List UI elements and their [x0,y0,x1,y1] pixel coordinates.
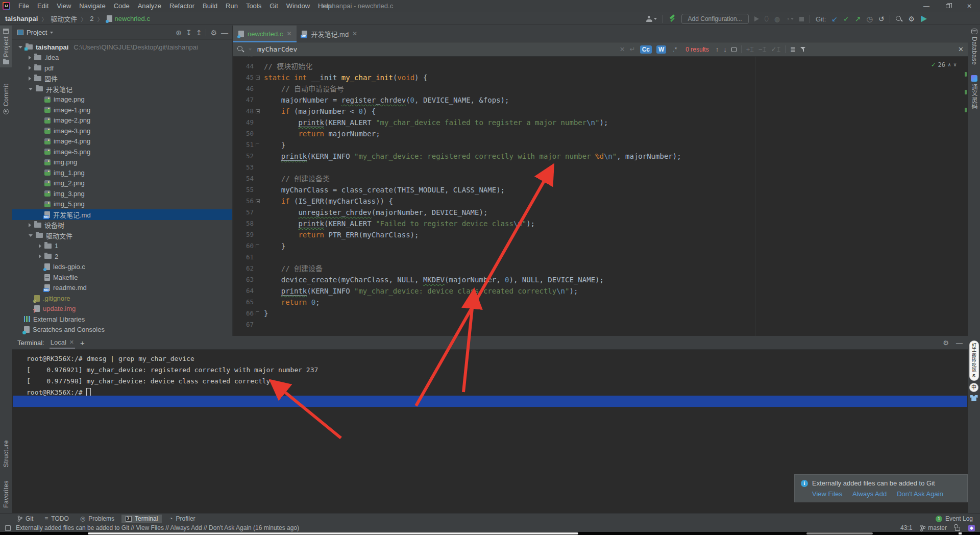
hide-panel-icon[interactable]: — [221,29,228,37]
newline-icon[interactable]: ↵ [630,45,635,53]
tree-chevron-icon[interactable] [29,223,31,227]
tree-item[interactable]: image-4.png [12,136,232,147]
words-toggle[interactable]: W [656,45,666,54]
git-history-icon[interactable]: ◷ [866,15,872,22]
clear-search-icon[interactable]: ✕ [620,45,625,53]
user-account-button[interactable] [646,16,657,22]
tree-item[interactable]: Scratches and Consoles [12,325,232,335]
fold-gutter[interactable] [254,207,262,218]
line-number[interactable]: 62 [233,263,254,274]
fold-gutter[interactable] [254,240,262,252]
fold-gutter[interactable] [254,162,262,173]
tree-item[interactable]: 固件 [12,74,232,84]
fold-gutter[interactable] [254,94,262,106]
fold-gutter[interactable] [254,173,262,184]
close-terminal-tab-icon[interactable]: ✕ [69,339,74,346]
fold-gutter[interactable] [254,106,262,117]
git-update-icon[interactable]: ↙ [831,15,838,22]
menu-item-navigate[interactable]: Navigate [75,1,109,11]
tree-item[interactable]: 1 [12,241,232,252]
tree-chevron-icon[interactable] [29,234,33,237]
collapse-all-icon[interactable]: ↥ [196,29,202,37]
line-number[interactable]: 52 [233,151,254,162]
tree-item[interactable]: 设备树 [12,220,232,231]
toolwindow-button-profiler[interactable]: ◔Profiler [165,515,199,523]
tree-item[interactable]: image-1.png [12,105,232,115]
lock-icon[interactable] [955,527,960,531]
fold-gutter[interactable] [254,297,262,308]
search-history-chevron-icon[interactable] [249,48,252,51]
build-hammer-icon[interactable] [669,15,676,22]
search-options-icon[interactable]: ≣ [790,45,796,53]
minimize-button[interactable]: — [916,0,937,12]
toolwindow-toggle-icon[interactable] [5,525,11,531]
restore-button[interactable] [937,0,959,12]
event-log-widget[interactable]: 1 Event Log [936,515,973,522]
close-button[interactable]: ✕ [959,0,980,12]
breadcrumb-item[interactable]: taishanpai [5,15,38,22]
git-rollback-icon[interactable]: ↺ [878,15,885,22]
menu-item-edit[interactable]: Edit [33,1,53,11]
terminal-tab-local[interactable]: Local✕ [50,337,75,349]
panel-settings-gear-icon[interactable]: ⚙ [210,29,217,37]
tool-tab-project[interactable]: Project [0,26,12,67]
tree-item[interactable]: Makefile [12,272,232,283]
fold-gutter[interactable] [254,117,262,128]
fold-gutter[interactable] [254,196,262,207]
menu-item-view[interactable]: View [53,1,75,11]
tree-item[interactable]: image-2.png [12,115,232,126]
fold-gutter[interactable] [254,184,262,196]
menu-item-window[interactable]: Window [282,1,314,11]
tree-item[interactable]: img_1.png [12,167,232,178]
line-number[interactable]: 54 [233,173,254,184]
line-number[interactable]: 60 [233,240,254,252]
tree-item[interactable]: readme.md [12,283,232,294]
fold-gutter[interactable] [254,218,262,229]
match-case-toggle[interactable]: Cc [640,45,652,54]
line-number[interactable]: 45 [233,72,254,83]
fold-gutter[interactable] [254,308,262,319]
line-number[interactable]: 48 [233,106,254,117]
tool-tab-structure[interactable]: Structure [3,437,10,470]
line-number[interactable]: 61 [233,252,254,263]
line-number[interactable]: 47 [233,94,254,106]
prev-occurrence-icon[interactable]: ↑ [716,45,719,53]
debug-icon[interactable]: ⬯ [765,15,769,23]
menu-item-build[interactable]: Build [199,1,222,11]
tree-chevron-icon[interactable] [18,46,22,48]
fold-gutter[interactable] [254,72,262,83]
ai-assistant-icon[interactable] [920,16,927,22]
tool-tab-database[interactable]: Database [968,26,980,68]
stop-icon[interactable] [799,17,804,21]
tool-tab-commit[interactable]: Commit [0,81,12,117]
line-number[interactable]: 50 [233,128,254,139]
tree-item[interactable]: leds-gpio.c [12,262,232,273]
notification-action[interactable]: Always Add [852,490,887,498]
breadcrumb-item[interactable]: newchrled.c [107,15,150,22]
tree-item[interactable]: pdf [12,63,232,74]
notification-action[interactable]: Don't Ask Again [897,490,943,498]
tree-chevron-icon[interactable] [29,66,31,70]
line-number[interactable]: 59 [233,229,254,240]
profile-icon[interactable]: ◍ [774,15,780,23]
tree-chevron-icon[interactable] [39,254,41,258]
tree-chevron-icon[interactable] [39,244,41,248]
line-number[interactable]: 46 [233,83,254,94]
line-number[interactable]: 49 [233,117,254,128]
fold-gutter[interactable] [254,252,262,263]
line-number[interactable]: 51 [233,139,254,151]
line-number[interactable]: 43 [233,57,254,61]
next-problem-icon[interactable]: ∨ [953,62,957,67]
menu-item-git[interactable]: Git [265,1,282,11]
hide-terminal-icon[interactable]: — [956,339,963,347]
tree-item[interactable]: 开发笔记 [12,84,232,94]
menu-item-tools[interactable]: Tools [242,1,265,11]
breadcrumb-item[interactable]: 驱动文件 [51,14,77,23]
toolwindow-button-terminal[interactable]: Terminal [121,515,162,523]
tree-chevron-icon[interactable] [29,56,31,60]
settings-gear-icon[interactable]: ⚙ [908,15,915,22]
tree-item[interactable]: img_3.png [12,188,232,199]
plugin-icon[interactable]: ◆ [968,525,975,531]
fold-gutter[interactable] [254,263,262,274]
line-number[interactable]: 53 [233,162,254,173]
